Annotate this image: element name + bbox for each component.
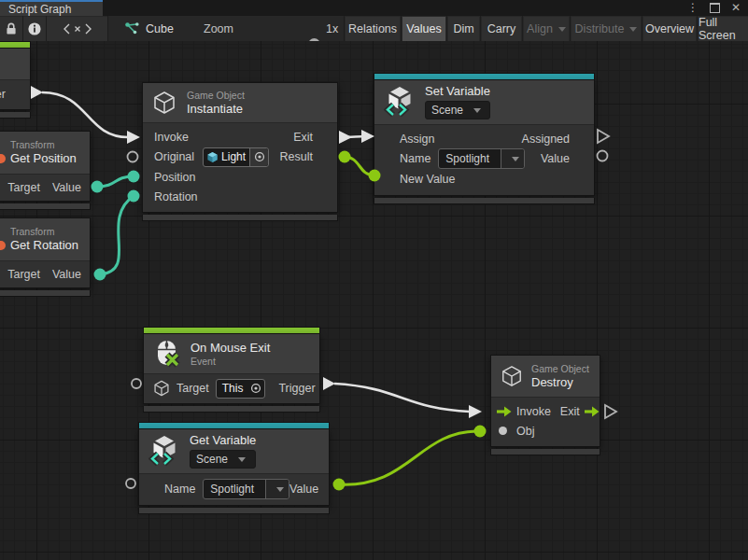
node-category: Event	[191, 356, 270, 367]
variable-name-dropdown[interactable]: Spotlight	[203, 479, 289, 499]
node-set-variable[interactable]: Set Variable Scene Assign Assigned Name	[374, 73, 595, 204]
align-label: Align	[527, 22, 553, 35]
graph-toolbar: Cube Zoom 1x Relations Values Dim Carry …	[0, 16, 748, 42]
port-label-name: Name	[400, 152, 430, 165]
object-field-this[interactable]: This	[216, 379, 266, 399]
port-label-trigger: Trigger	[0, 88, 6, 101]
game-object-cube-icon	[152, 91, 176, 115]
zoom-label: Zoom	[204, 16, 233, 41]
port-label-target: Target	[176, 382, 209, 395]
port-label-trigger: Trigger	[278, 382, 315, 395]
object-field-value: This	[217, 382, 247, 395]
info-icon	[27, 21, 42, 36]
port-label-value: Value	[541, 152, 570, 165]
graph-icon	[124, 21, 140, 35]
relations-button[interactable]: Relations	[346, 17, 400, 41]
chevron-down-icon	[238, 457, 246, 462]
variable-kind-dropdown[interactable]: Scene	[190, 450, 256, 469]
chevron-down-icon	[558, 27, 566, 32]
node-title: Get Rotation	[10, 238, 78, 252]
code-view-button[interactable]	[47, 17, 107, 41]
event-accent-bar	[0, 41, 31, 48]
node-on-mouse-exit[interactable]: On Mouse Exit Event Target This	[143, 327, 320, 413]
node-title: Destroy	[531, 375, 589, 389]
node-get-rotation[interactable]: Transform Get Rotation Target Value	[0, 217, 91, 297]
node-event-partial[interactable]: Trigger	[0, 41, 31, 119]
port-label-invoke: Invoke	[516, 405, 551, 418]
window-controls: ⋮ ✕	[687, 0, 741, 16]
port-label-value: Value	[289, 483, 318, 496]
port-label-target: Target	[7, 268, 40, 281]
node-category: Game Object	[187, 90, 245, 101]
node-title: Get Position	[10, 151, 77, 165]
tab-script-graph[interactable]: Script Graph	[0, 0, 103, 16]
port-label-exit: Exit	[293, 131, 313, 144]
variable-name-dropdown[interactable]: Spotlight	[438, 148, 525, 169]
port-label-value: Value	[52, 268, 81, 281]
port-label-new-value: New Value	[400, 173, 456, 186]
variable-kind-value: Scene	[196, 453, 228, 466]
transform-icon	[0, 241, 6, 250]
flow-arrow-icon	[497, 406, 512, 417]
variable-kind-value: Scene	[431, 104, 463, 117]
node-title: Get Variable	[190, 433, 256, 447]
node-category: Game Object	[531, 363, 589, 374]
kebab-menu-icon[interactable]: ⋮	[687, 0, 699, 16]
fullscreen-button[interactable]: Full Screen	[699, 17, 748, 41]
node-get-variable[interactable]: Get Variable Scene Name Spotlight Value	[138, 422, 330, 514]
overview-button[interactable]: Overview	[643, 17, 696, 41]
value-dot-icon	[499, 427, 507, 435]
node-category: Transform	[10, 139, 77, 150]
script-graph-window: Script Graph ⋮ ✕	[0, 0, 748, 560]
node-title: Set Variable	[425, 84, 490, 98]
close-icon[interactable]: ✕	[731, 0, 741, 16]
distribute-label: Distribute	[575, 22, 625, 35]
node-destroy[interactable]: Game Object Destroy Invoke Exit	[490, 355, 600, 455]
event-accent-bar	[143, 327, 320, 333]
object-picker-icon[interactable]	[247, 380, 264, 398]
node-title: Instantiate	[187, 102, 245, 116]
zoom-value: 1x	[326, 16, 338, 41]
game-object-cube-icon	[153, 380, 170, 397]
port-label-obj: Obj	[516, 425, 534, 438]
object-picker-icon[interactable]	[249, 148, 268, 166]
values-button[interactable]: Values	[402, 17, 445, 41]
title-bar: Script Graph ⋮ ✕	[0, 0, 748, 16]
dim-button[interactable]: Dim	[448, 17, 479, 41]
port-label-exit: Exit	[560, 405, 580, 418]
chevron-down-icon	[473, 108, 481, 113]
object-field-light[interactable]: Light	[203, 147, 269, 167]
port-label-value: Value	[52, 181, 81, 194]
variable-name-value: Spotlight	[439, 152, 496, 165]
carry-button[interactable]: Carry	[482, 17, 521, 41]
variable-kind-dropdown[interactable]: Scene	[425, 101, 490, 119]
distribute-dropdown[interactable]: Distribute	[572, 17, 641, 41]
graph-breadcrumb[interactable]: Cube	[124, 16, 174, 41]
gameobject-mini-cube-icon	[206, 151, 219, 163]
port-label-invoke: Invoke	[154, 131, 189, 144]
port-label-assign: Assign	[400, 133, 435, 146]
node-category: Transform	[10, 226, 78, 237]
node-instantiate[interactable]: Game Object Instantiate Invoke Exit Orig…	[142, 82, 338, 221]
lock-button[interactable]	[0, 17, 22, 41]
chevron-down-icon	[512, 157, 519, 161]
scene-variable-icon	[384, 85, 416, 119]
port-label-target: Target	[7, 181, 40, 194]
port-label-result: Result	[280, 150, 313, 163]
object-field-value: Light	[219, 150, 249, 163]
port-label-original: Original	[154, 150, 194, 163]
variable-name-value: Spotlight	[204, 483, 261, 496]
variable-accent-bar	[374, 73, 595, 79]
lock-icon	[4, 21, 19, 36]
chevron-down-icon	[629, 27, 637, 32]
align-dropdown[interactable]: Align	[524, 17, 569, 41]
node-title: On Mouse Exit	[191, 341, 270, 355]
node-get-position[interactable]: Transform Get Position Target Value	[0, 131, 91, 210]
scene-variable-icon	[148, 434, 180, 468]
graph-name: Cube	[146, 22, 174, 35]
inspect-button[interactable]	[23, 17, 46, 41]
maximize-icon[interactable]	[710, 3, 720, 13]
port-label-position: Position	[154, 171, 195, 184]
chevron-down-icon	[276, 487, 284, 492]
variable-accent-bar	[138, 422, 330, 428]
